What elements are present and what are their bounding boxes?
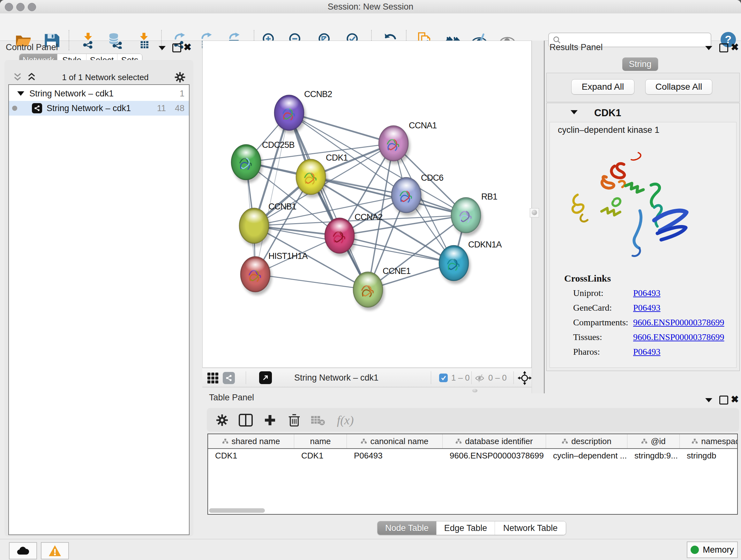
network-node-CDC25B[interactable] — [231, 144, 263, 183]
node-label: CDC6 — [421, 173, 443, 183]
node-label: CCNA2 — [354, 212, 383, 222]
table-cell[interactable]: stringdb — [680, 451, 738, 461]
node-label: CCNA1 — [409, 121, 437, 130]
tree-expander-icon[interactable] — [17, 91, 24, 96]
table-body: CDK1CDK1P064939606.ENSP00000378699cyclin… — [208, 449, 737, 462]
network-node-CCNB1[interactable] — [239, 208, 271, 246]
results-panel-float-icon[interactable] — [719, 44, 728, 52]
memory-button[interactable]: Memory — [687, 542, 738, 558]
crosslink-link[interactable]: 9606.ENSP00000378699 — [633, 317, 724, 327]
node-count: 11 — [157, 104, 166, 113]
delete-column-icon[interactable] — [285, 411, 303, 429]
view-toolbar-separator — [471, 371, 472, 384]
network-options-gear-icon[interactable] — [174, 71, 186, 83]
warnings-button[interactable] — [41, 542, 69, 559]
memory-status-icon — [690, 546, 699, 554]
results-panel-close-icon[interactable]: ✖ — [731, 44, 739, 51]
network-edge[interactable] — [340, 236, 454, 263]
tab-network-table[interactable]: Network Table — [495, 521, 566, 535]
control-panel-title: Control Panel — [6, 43, 58, 52]
column-header-@id[interactable]: @id — [627, 434, 680, 448]
collapse-all-icon[interactable] — [13, 72, 22, 82]
open-in-window-icon[interactable] — [259, 371, 272, 384]
network-node-CCNB2[interactable] — [274, 95, 306, 133]
crosslink-link[interactable]: P06493 — [633, 303, 661, 313]
string-view-icon[interactable] — [223, 372, 235, 384]
column-header-shared-name[interactable]: shared name — [208, 434, 294, 448]
column-header-database-identifier[interactable]: database identifier — [443, 434, 546, 448]
add-column-icon[interactable] — [261, 411, 279, 429]
warning-icon — [48, 545, 62, 557]
node-label: CCNE1 — [383, 266, 411, 276]
network-collection-row[interactable]: String Network – cdk1 1 — [9, 86, 189, 101]
import-table-file-icon[interactable] — [135, 32, 153, 50]
table-tabs: Node TableEdge TableNetwork Table — [377, 521, 566, 535]
grid-mode-icon[interactable] — [207, 372, 219, 384]
protein-section-expander-icon[interactable] — [570, 110, 578, 114]
table-panel-menu-icon[interactable] — [705, 398, 712, 402]
network-node-CDK1[interactable] — [296, 159, 327, 198]
horizontal-splitter-handle[interactable] — [472, 389, 477, 392]
table-panel-close-icon[interactable]: ✖ — [731, 396, 739, 403]
tab-string[interactable]: String — [622, 57, 658, 71]
table-cell[interactable]: CDK1 — [294, 451, 347, 461]
network-selection-summary: 1 of 1 Network selected — [37, 72, 174, 82]
column-header-name[interactable]: name — [294, 434, 347, 448]
show-columns-icon[interactable] — [237, 411, 255, 429]
crosslink-label: Pharos: — [573, 347, 600, 357]
crosslink-label: Tissues: — [573, 332, 602, 342]
protein-structure-image — [558, 147, 696, 268]
table-row[interactable]: CDK1CDK1P064939606.ENSP00000378699cyclin… — [208, 449, 737, 462]
expand-all-button[interactable]: Expand All — [571, 79, 634, 95]
network-node-HIST1H1A[interactable] — [240, 256, 272, 295]
network-node-CCNE1[interactable] — [353, 272, 385, 310]
cloud-button[interactable] — [9, 542, 37, 559]
network-edge[interactable] — [289, 113, 368, 290]
birds-eye-icon[interactable] — [518, 371, 532, 385]
view-toolbar: String Network – cdk1 1 – 0 0 – 0 — [202, 368, 532, 387]
column-header-namespace[interactable]: namespace — [680, 434, 738, 448]
crosslinks-title: CrossLinks — [564, 273, 611, 284]
column-header-canonical-name[interactable]: canonical name — [347, 434, 443, 448]
table-cell[interactable]: stringdb:9... — [627, 451, 680, 461]
splitter-handle[interactable] — [530, 208, 539, 217]
tab-node-table[interactable]: Node Table — [378, 521, 436, 535]
expand-all-icon[interactable] — [27, 72, 37, 82]
crosslink-link[interactable]: P06493 — [633, 288, 661, 298]
network-row-label: String Network – cdk1 — [47, 104, 131, 113]
network-node-RB1[interactable] — [451, 197, 482, 236]
control-panel-menu-icon[interactable] — [158, 46, 165, 50]
tab-edge-table[interactable]: Edge Table — [436, 521, 495, 535]
network-edge[interactable] — [255, 113, 289, 274]
import-network-database-icon[interactable] — [106, 32, 124, 50]
network-canvas[interactable]: CCNB2CCNA1CDC25BCDK1CDC6RB1CCNB1CCNA2CDK… — [202, 41, 532, 368]
table-horizontal-scrollbar[interactable] — [209, 508, 265, 513]
column-header-description[interactable]: description — [546, 434, 627, 448]
import-network-file-icon[interactable] — [79, 32, 97, 50]
control-panel-close-icon[interactable]: ✖ — [184, 44, 192, 51]
table-cell[interactable]: CDK1 — [208, 451, 294, 461]
table-cell[interactable]: P06493 — [347, 451, 443, 461]
results-panel-menu-icon[interactable] — [705, 46, 712, 50]
crosslink-link[interactable]: 9606.ENSP00000378699 — [633, 332, 724, 342]
main-toolbar: ? — [0, 13, 741, 41]
network-node-CCNA2[interactable] — [325, 218, 356, 256]
table-cell[interactable]: cyclin–dependent ... — [546, 451, 627, 461]
crosslink-link[interactable]: P06493 — [633, 347, 661, 357]
crosslinks-list: Uniprot:P06493GeneCard:P06493Compartment… — [549, 288, 736, 361]
node-table: shared namenamecanonical namedatabase id… — [207, 434, 738, 515]
network-row-selected[interactable]: String Network – cdk1 11 48 — [9, 101, 189, 116]
network-collection-label: String Network – cdk1 — [29, 89, 114, 99]
network-node-CCNA1[interactable] — [379, 125, 410, 164]
control-panel-float-icon[interactable] — [172, 44, 181, 52]
selected-count-badge: 1 – 0 — [451, 368, 470, 388]
hidden-count-badge: 0 – 0 — [488, 368, 507, 388]
collapse-all-button[interactable]: Collapse All — [645, 79, 712, 95]
network-node-CDC6[interactable] — [391, 177, 423, 216]
table-cell[interactable]: 9606.ENSP00000378699 — [443, 451, 546, 461]
selected-checkbox-icon[interactable] — [439, 374, 448, 382]
table-panel-float-icon[interactable] — [719, 395, 728, 405]
network-edge[interactable] — [255, 274, 368, 290]
network-node-CDKN1A[interactable] — [439, 245, 470, 284]
table-gear-icon[interactable] — [213, 411, 231, 429]
